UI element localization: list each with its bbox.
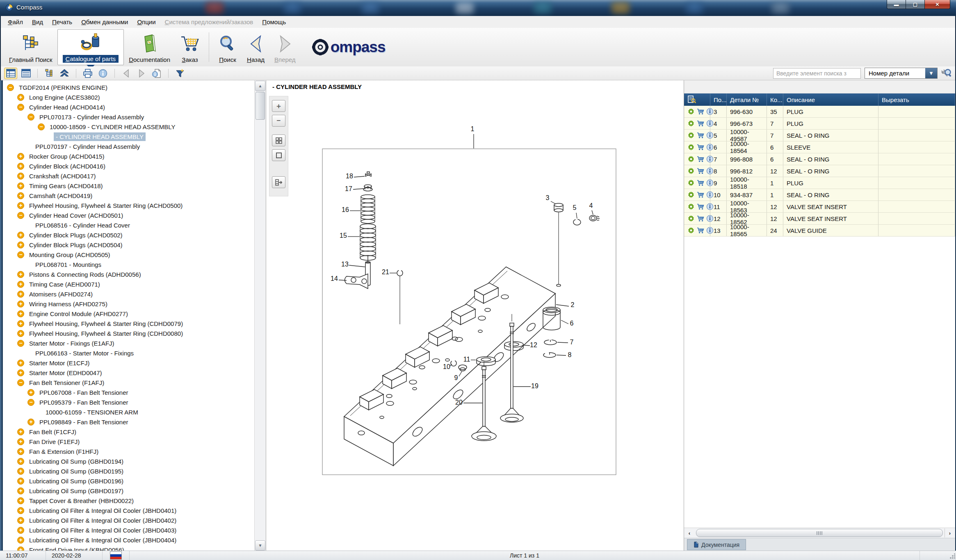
tree-structure-button[interactable] — [43, 68, 56, 79]
document-info-button[interactable] — [150, 68, 163, 79]
tree-item[interactable]: −Mounting Group (ACHD0505) — [3, 250, 254, 260]
cart-icon[interactable] — [697, 143, 704, 151]
tree-item[interactable]: +Engine Control Module (AFHD0277) — [3, 309, 254, 319]
toggle-panel-button[interactable] — [272, 176, 285, 188]
cart-icon[interactable] — [697, 215, 704, 222]
cart-icon[interactable] — [697, 155, 704, 163]
tree-item[interactable]: +Lubricating Oil Filter & Integral Oil C… — [3, 505, 254, 515]
tree-item[interactable]: −Cylinder Head (ACHD0414) — [3, 102, 254, 112]
tree-item[interactable]: +Flywheel Housing, Flywheel & Starter Ri… — [3, 328, 254, 338]
expand-toggle-icon[interactable]: + — [27, 389, 34, 396]
tree-item[interactable]: PPL070197 - Cylinder Head Assembly — [3, 141, 254, 151]
status-language[interactable] — [103, 551, 130, 560]
tree-item[interactable]: +Long Engine (ACES3802) — [3, 92, 254, 102]
collapse-toggle-icon[interactable]: − — [38, 123, 45, 130]
add-to-order-gear-icon[interactable] — [687, 132, 695, 139]
search-input[interactable] — [773, 68, 861, 79]
next-sheet-button[interactable] — [135, 68, 148, 79]
table-row[interactable]: 10934-8371SEAL - O RING — [684, 189, 955, 201]
expand-toggle-icon[interactable]: + — [17, 448, 24, 455]
header-quantity-column[interactable]: Ко... — [767, 93, 783, 106]
expand-toggle-icon[interactable]: + — [17, 173, 24, 180]
table-row[interactable]: 8996-81212SEAL - O RING — [684, 165, 955, 177]
tree-item[interactable]: −TGDF2014 (PERKINS ENGINE) — [3, 82, 254, 92]
tree-item[interactable]: −Starter Motor - Fixings (E1AFJ) — [3, 338, 254, 348]
tree-item[interactable]: −PPL095379 - Fan Belt Tensioner — [3, 397, 254, 407]
tree-item[interactable]: 10000-61059 - TENSIONER ARM — [3, 407, 254, 417]
table-row[interactable]: 1310000-1856524VALVE GUIDE — [684, 225, 955, 237]
info-button[interactable] — [96, 68, 110, 79]
expand-toggle-icon[interactable]: + — [17, 182, 24, 189]
header-part-number-column[interactable]: Детали № — [727, 93, 767, 106]
collapse-toggle-icon[interactable]: − — [27, 399, 34, 406]
back-button[interactable]: Назад — [242, 29, 269, 65]
collapse-toggle-icon[interactable]: − — [17, 212, 24, 219]
tree-item[interactable]: +Fan Drive (F1EFJ) — [3, 437, 254, 446]
tree-item[interactable]: +Rocker Group (ACHD0415) — [3, 151, 254, 161]
expand-toggle-icon[interactable]: + — [27, 419, 34, 426]
main-search-button[interactable]: Главный Поиск — [4, 29, 57, 65]
table-row[interactable]: 610000-185646SLEEVE — [684, 141, 955, 153]
tree-item[interactable]: +Cylinder Block Plugs (ACHD0502) — [3, 230, 254, 240]
tree-item[interactable]: +Fan Belt (F1CFJ) — [3, 427, 254, 437]
tree-item[interactable]: +PPL067008 - Fan Belt Tensioner — [3, 387, 254, 397]
collapse-all-button[interactable] — [58, 68, 71, 79]
header-actions-column[interactable] — [684, 93, 710, 106]
tree-item[interactable]: - CYLINDER HEAD ASSEMBLY — [3, 132, 254, 141]
expand-toggle-icon[interactable]: + — [17, 163, 24, 170]
expand-toggle-icon[interactable]: + — [17, 537, 24, 544]
expand-toggle-icon[interactable]: + — [17, 487, 24, 494]
expand-toggle-icon[interactable]: + — [17, 360, 24, 367]
tree-item[interactable]: +Fan & Extension (F1HFJ) — [3, 446, 254, 456]
expand-toggle-icon[interactable]: + — [17, 320, 24, 327]
list-view-button[interactable] — [19, 68, 32, 79]
collapse-toggle-icon[interactable]: − — [17, 104, 24, 111]
tree-item[interactable]: +Lubricating Oil Sump (GBHD0195) — [3, 466, 254, 476]
header-position-column[interactable]: По... — [710, 93, 727, 106]
tree-item[interactable]: −10000-18509 - CYLINDER HEAD ASSEMBLY — [3, 122, 254, 132]
tree-item[interactable]: +Starter Motor (EDHD0047) — [3, 368, 254, 378]
collapse-toggle-icon[interactable]: − — [7, 84, 14, 91]
header-description-column[interactable]: Описание — [783, 93, 878, 106]
header-cut-column[interactable]: Вырезать — [878, 93, 955, 106]
expand-toggle-icon[interactable]: + — [17, 153, 24, 160]
add-to-order-gear-icon[interactable] — [687, 215, 695, 222]
menu-item[interactable]: Помощь — [258, 17, 290, 27]
zoom-in-button[interactable]: ＋ — [272, 100, 285, 112]
tree-item[interactable]: +Lubricating Oil Sump (GBHD0197) — [3, 486, 254, 496]
tree-item[interactable]: +Crankshaft (ACHD0417) — [3, 171, 254, 181]
tree-item[interactable]: +Pistons & Connecting Rods (ADHD0056) — [3, 269, 254, 279]
collapse-toggle-icon[interactable]: − — [27, 114, 34, 121]
tree-item[interactable]: +Flywheel Housing, Flywheel & Starter Ri… — [3, 319, 254, 328]
cart-icon[interactable] — [697, 191, 704, 198]
expand-toggle-icon[interactable]: + — [17, 232, 24, 239]
expand-toggle-icon[interactable]: + — [17, 478, 24, 485]
add-to-order-gear-icon[interactable] — [687, 167, 695, 175]
expand-toggle-icon[interactable]: + — [17, 330, 24, 337]
table-row[interactable]: 1110000-1856312VALVE SEAT INSERT — [684, 201, 955, 213]
expand-toggle-icon[interactable]: + — [17, 300, 24, 307]
table-row[interactable]: 510000-495877SEAL - O RING — [684, 130, 955, 141]
expand-toggle-icon[interactable]: + — [17, 310, 24, 317]
cart-icon[interactable] — [697, 120, 704, 127]
table-row[interactable]: 910000-185181PLUG — [684, 177, 955, 189]
tree-item[interactable]: +Front End Drive Input (KBHD0056) — [3, 545, 254, 551]
add-to-order-gear-icon[interactable] — [687, 179, 695, 187]
fit-page-button[interactable] — [272, 149, 285, 161]
expand-toggle-icon[interactable]: + — [17, 192, 24, 199]
tree-item[interactable]: +Atomisers (AFHD0274) — [3, 289, 254, 299]
cart-icon[interactable] — [697, 167, 704, 175]
tree-item[interactable]: +Flywheel Housing, Flywheel & Starter Ri… — [3, 200, 254, 210]
expand-toggle-icon[interactable]: + — [17, 497, 24, 504]
tree-item[interactable]: +PPL098849 - Fan Belt Tensioner — [3, 417, 254, 427]
tree-item[interactable]: +Timing Gears (ACHD0418) — [3, 181, 254, 191]
tree-item[interactable]: +Cylinder Block Plugs (ACHD0504) — [3, 240, 254, 250]
tree-item[interactable]: PPL068516 - Cylinder Head Cover — [3, 220, 254, 230]
tree-vertical-scrollbar[interactable]: ▲ ▼ — [254, 80, 266, 551]
table-row[interactable]: 4996-6737PLUG — [684, 118, 955, 130]
cart-icon[interactable] — [697, 179, 704, 187]
close-button[interactable]: ✕ — [924, 0, 950, 9]
tree-item[interactable]: +Wiring Harness (AFHD0275) — [3, 299, 254, 309]
search-field-dropdown[interactable]: Номер детали ▼ — [865, 68, 938, 79]
tree-item[interactable]: −Cylinder Head Cover (ACHD0501) — [3, 210, 254, 220]
